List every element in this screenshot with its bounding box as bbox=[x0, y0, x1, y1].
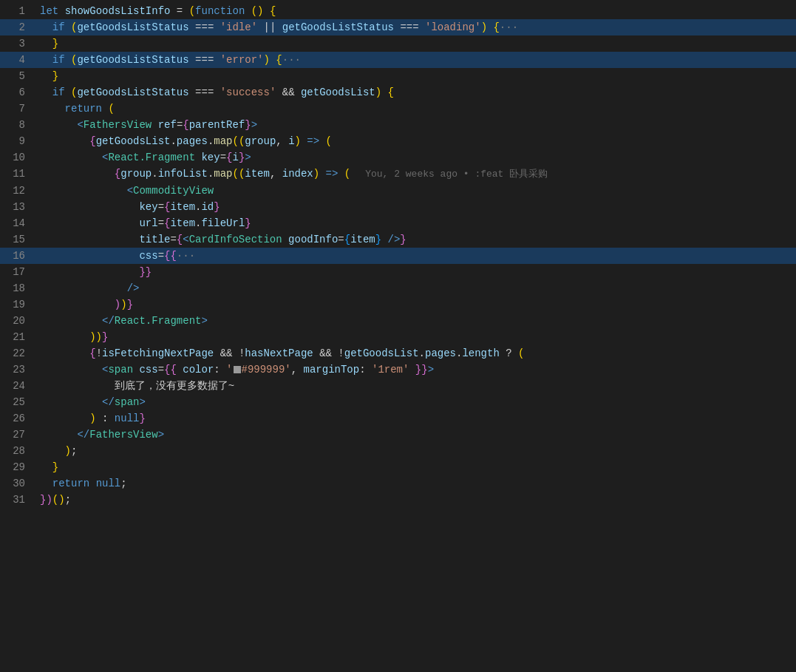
code-line: 7 return ( bbox=[0, 101, 796, 117]
line-content: url={item.fileUrl} bbox=[37, 215, 796, 231]
line-content: let showGoodsListInfo = (function () { bbox=[37, 3, 796, 19]
line-content: }} bbox=[37, 264, 796, 280]
line-number: 12 bbox=[0, 183, 37, 199]
line-content: 到底了，没有更多数据了~ bbox=[37, 378, 796, 394]
line-content: if (getGoodsListStatus === 'error') {··· bbox=[37, 52, 796, 68]
code-line: 26 ) : null} bbox=[0, 410, 796, 427]
line-number: 27 bbox=[0, 427, 37, 443]
line-number: 18 bbox=[0, 280, 37, 296]
code-line: 20 </React.Fragment> bbox=[0, 313, 796, 329]
line-number: 14 bbox=[0, 215, 37, 231]
line-number: 15 bbox=[0, 231, 37, 248]
code-line: 25 </span> bbox=[0, 394, 796, 410]
line-number: 11 bbox=[0, 166, 37, 182]
line-number: 29 bbox=[0, 459, 37, 475]
line-content: {getGoodsList.pages.map((group, i) => ( bbox=[37, 133, 796, 149]
code-line: 15 title={<CardInfoSection goodInfo={ite… bbox=[0, 231, 796, 248]
line-number: 22 bbox=[0, 345, 37, 362]
line-content: /> bbox=[37, 280, 796, 296]
code-line: 6 if (getGoodsListStatus === 'success' &… bbox=[0, 84, 796, 101]
line-content: <CommodityView bbox=[37, 183, 796, 199]
line-number: 24 bbox=[0, 378, 37, 394]
line-number: 20 bbox=[0, 313, 37, 329]
code-line: 8 <FathersView ref={parentRef}> bbox=[0, 117, 796, 133]
code-line: 3 } bbox=[0, 35, 796, 52]
line-content: </FathersView> bbox=[37, 427, 796, 443]
line-content: return null; bbox=[37, 475, 796, 492]
line-number: 5 bbox=[0, 68, 37, 84]
line-number: 26 bbox=[0, 410, 37, 427]
code-line: 2 if (getGoodsListStatus === 'idle' || g… bbox=[0, 19, 796, 35]
line-content: } bbox=[37, 459, 796, 475]
code-line: 31 })(); bbox=[0, 492, 796, 508]
code-line: 9 {getGoodsList.pages.map((group, i) => … bbox=[0, 133, 796, 149]
code-line: 22 {!isFetchingNextPage && !hasNextPage … bbox=[0, 345, 796, 362]
line-number: 28 bbox=[0, 443, 37, 459]
line-number: 3 bbox=[0, 35, 37, 52]
line-number: 4 bbox=[0, 52, 37, 68]
code-editor: 1 let showGoodsListInfo = (function () {… bbox=[0, 0, 796, 511]
line-content: ))} bbox=[37, 329, 796, 345]
line-content: </span> bbox=[37, 394, 796, 410]
line-content: css={{··· bbox=[37, 248, 796, 264]
code-line: 30 return null; bbox=[0, 475, 796, 492]
line-number: 25 bbox=[0, 394, 37, 410]
line-content: ); bbox=[37, 443, 796, 459]
line-number: 23 bbox=[0, 362, 37, 378]
line-number: 2 bbox=[0, 19, 37, 35]
line-number: 6 bbox=[0, 84, 37, 101]
code-line: 18 /> bbox=[0, 280, 796, 296]
line-number: 8 bbox=[0, 117, 37, 133]
code-line: 4 if (getGoodsListStatus === 'error') {·… bbox=[0, 52, 796, 68]
line-number: 1 bbox=[0, 3, 37, 19]
line-content: })(); bbox=[37, 492, 796, 508]
line-content: <FathersView ref={parentRef}> bbox=[37, 117, 796, 133]
line-content: return ( bbox=[37, 101, 796, 117]
line-number: 21 bbox=[0, 329, 37, 345]
code-line: 14 url={item.fileUrl} bbox=[0, 215, 796, 231]
code-line: 19 ))} bbox=[0, 296, 796, 313]
line-content: } bbox=[37, 68, 796, 84]
line-number: 17 bbox=[0, 264, 37, 280]
code-line: 23 <span css={{ color: '#999999', margin… bbox=[0, 362, 796, 378]
line-number: 13 bbox=[0, 199, 37, 215]
line-number: 16 bbox=[0, 248, 37, 264]
code-line: 12 <CommodityView bbox=[0, 183, 796, 199]
code-line: 17 }} bbox=[0, 264, 796, 280]
line-content: if (getGoodsListStatus === 'success' && … bbox=[37, 84, 796, 101]
line-content: <React.Fragment key={i}> bbox=[37, 149, 796, 166]
code-line: 28 ); bbox=[0, 443, 796, 459]
line-content: ))} bbox=[37, 296, 796, 313]
code-line: 27 </FathersView> bbox=[0, 427, 796, 443]
line-content: if (getGoodsListStatus === 'idle' || get… bbox=[37, 19, 796, 35]
line-content: {!isFetchingNextPage && !hasNextPage && … bbox=[37, 345, 796, 362]
line-number: 10 bbox=[0, 149, 37, 166]
line-content: {group.infoList.map((item, index) => (Yo… bbox=[37, 166, 796, 183]
code-line: 11 {group.infoList.map((item, index) => … bbox=[0, 166, 796, 183]
code-line: 1 let showGoodsListInfo = (function () { bbox=[0, 3, 796, 19]
line-content: </React.Fragment> bbox=[37, 313, 796, 329]
code-line: 5 } bbox=[0, 68, 796, 84]
code-line: 29 } bbox=[0, 459, 796, 475]
line-content: key={item.id} bbox=[37, 199, 796, 215]
line-number: 30 bbox=[0, 475, 37, 492]
line-content: <span css={{ color: '#999999', marginTop… bbox=[37, 362, 796, 378]
line-number: 31 bbox=[0, 492, 37, 508]
code-line: 16 css={{··· bbox=[0, 248, 796, 264]
code-line: 24 到底了，没有更多数据了~ bbox=[0, 378, 796, 394]
line-number: 7 bbox=[0, 101, 37, 117]
line-content: ) : null} bbox=[37, 410, 796, 427]
line-content: } bbox=[37, 35, 796, 52]
line-number: 9 bbox=[0, 133, 37, 149]
line-content: title={<CardInfoSection goodInfo={item} … bbox=[37, 231, 796, 248]
code-line: 10 <React.Fragment key={i}> bbox=[0, 149, 796, 166]
code-line: 13 key={item.id} bbox=[0, 199, 796, 215]
line-number: 19 bbox=[0, 296, 37, 313]
code-line: 21 ))} bbox=[0, 329, 796, 345]
